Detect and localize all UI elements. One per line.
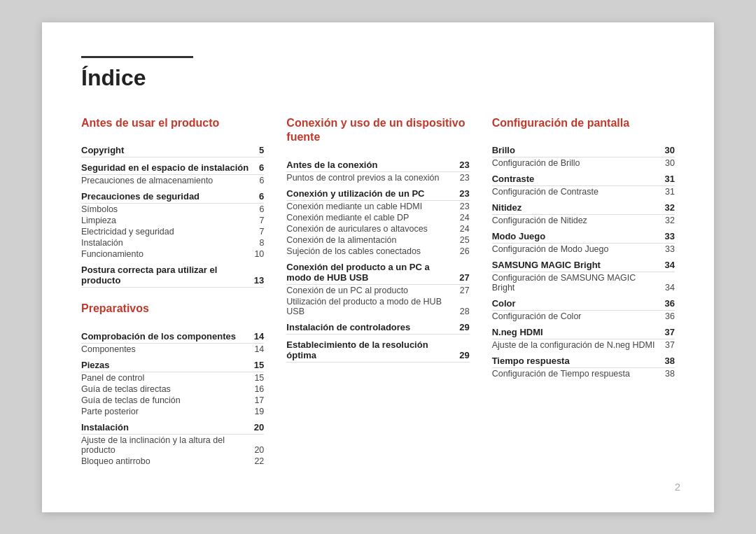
toc-entry-page: 29 <box>459 322 469 332</box>
toc-entry: Configuración de Tiempo respuesta38 <box>492 368 675 379</box>
toc-entry: Limpieza7 <box>81 215 264 226</box>
column-2: Conexión y uso de un dispositivo fuenteA… <box>286 116 491 468</box>
toc-entry: Instalación20 <box>81 417 264 435</box>
toc-entry-label: Configuración de Contraste <box>492 187 665 197</box>
toc-entry-page: 34 <box>665 283 675 293</box>
toc-entry-page: 22 <box>254 456 264 466</box>
toc-entry-label: Configuración de Brillo <box>492 158 665 168</box>
toc-entry-page: 29 <box>459 350 469 360</box>
toc-entry: Guía de teclas de función17 <box>81 395 264 406</box>
toc-entry-label: Copyright <box>81 145 259 155</box>
toc-entry-page: 36 <box>665 311 675 321</box>
toc-entry: Conexión mediante un cable HDMI23 <box>286 201 469 212</box>
toc-entry-page: 31 <box>665 174 675 184</box>
toc-entry-page: 26 <box>460 246 470 256</box>
toc-entry-page: 37 <box>665 340 675 350</box>
toc-entry: Instalación8 <box>81 237 264 248</box>
toc-entry-label: Utilización del producto a modo de HUB U… <box>286 297 459 316</box>
toc-entry-label: Contraste <box>492 174 665 184</box>
toc-entry: Configuración de SAMSUNG MAGIC Bright34 <box>492 272 675 293</box>
toc-entry-page: 23 <box>459 188 469 199</box>
toc-entry-label: Conexión de un PC al producto <box>286 286 459 295</box>
toc-entry-page: 30 <box>665 145 675 155</box>
page-number: 2 <box>675 481 680 493</box>
toc-entry-page: 24 <box>460 224 470 234</box>
toc-entry-label: Precauciones de almacenamiento <box>81 176 259 185</box>
toc-entry-page: 20 <box>254 445 264 455</box>
toc-entry: Tiempo respuesta38 <box>492 351 675 368</box>
toc-entry-page: 23 <box>460 202 470 211</box>
toc-entry-page: 23 <box>459 160 469 170</box>
toc-entry: Contraste31 <box>492 169 675 186</box>
toc-entry: Antes de la conexión23 <box>286 155 469 172</box>
toc-entry-page: 17 <box>254 395 264 405</box>
toc-entry-label: Instalación <box>81 422 254 433</box>
toc-entry-label: Conexión mediante un cable HDMI <box>286 202 459 211</box>
toc-entry-label: Componentes <box>81 344 254 354</box>
toc-entry-label: Guía de teclas de función <box>81 395 254 405</box>
toc-entry: Configuración de Modo Juego33 <box>492 244 675 255</box>
toc-entry-label: Bloqueo antirrobo <box>81 456 254 466</box>
toc-entry-label: Sujeción de los cables conectados <box>286 246 459 256</box>
toc-entry-label: Conexión del producto a un PC a modo de … <box>286 262 459 283</box>
toc-entry-label: Comprobación de los componentes <box>81 331 254 342</box>
toc-entry: Conexión y utilización de un PC23 <box>286 183 469 201</box>
toc-entry-label: Conexión de la alimentación <box>286 235 459 245</box>
toc-entry-label: Configuración de Tiempo respuesta <box>492 369 665 379</box>
toc-entry-page: 23 <box>460 173 470 183</box>
toc-entry-label: Instalación de controladores <box>286 322 459 332</box>
column-1: Antes de usar el productoCopyright5Segur… <box>81 116 286 468</box>
toc-entry-page: 24 <box>460 213 470 223</box>
toc-entry-page: 31 <box>665 187 675 197</box>
toc-entry-label: Modo Juego <box>492 231 665 241</box>
toc-entry: Panel de control15 <box>81 372 264 384</box>
toc-entry-label: Configuración de SAMSUNG MAGIC Bright <box>492 273 665 293</box>
toc-entry: Modo Juego33 <box>492 226 675 244</box>
toc-entry-page: 27 <box>459 272 469 283</box>
toc-entry-label: N.neg HDMI <box>492 327 665 337</box>
toc-entry: Precauciones de seguridad6 <box>81 186 264 204</box>
section-title-1-1: Antes de usar el producto <box>81 116 264 131</box>
title-bar <box>81 56 193 58</box>
toc-entry-page: 20 <box>254 422 264 433</box>
toc-entry-label: Instalación <box>81 238 259 248</box>
toc-entry-label: Color <box>492 298 665 309</box>
toc-entry: Conexión mediante el cable DP24 <box>286 212 469 223</box>
toc-entry: Configuración de Contraste31 <box>492 186 675 197</box>
toc-entry-page: 6 <box>259 162 264 173</box>
toc-entry: Color36 <box>492 293 675 311</box>
toc-entry-label: SAMSUNG MAGIC Bright <box>492 260 665 270</box>
toc-entry-page: 8 <box>259 238 264 248</box>
toc-columns: Antes de usar el productoCopyright5Segur… <box>81 116 675 468</box>
toc-entry-label: Símbolos <box>81 204 259 214</box>
toc-entry-page: 10 <box>254 249 264 259</box>
toc-entry: Funcionamiento10 <box>81 248 264 260</box>
toc-entry-label: Panel de control <box>81 373 254 383</box>
toc-entry-label: Guía de teclas directas <box>81 384 254 394</box>
toc-entry: N.neg HDMI37 <box>492 322 675 339</box>
toc-entry-page: 19 <box>254 407 264 416</box>
toc-entry: Configuración de Brillo30 <box>492 157 675 169</box>
toc-entry-page: 38 <box>665 356 675 366</box>
toc-entry: Guía de teclas directas16 <box>81 384 264 395</box>
toc-entry: Postura correcta para utilizar el produc… <box>81 260 264 288</box>
toc-entry-page: 6 <box>259 176 264 185</box>
toc-entry: Puntos de control previos a la conexión2… <box>286 172 469 183</box>
toc-entry-label: Ajuste de la inclinación y la altura del… <box>81 435 254 455</box>
toc-entry-page: 28 <box>460 307 470 316</box>
toc-entry-page: 7 <box>259 216 264 225</box>
toc-entry-page: 13 <box>254 275 264 286</box>
toc-entry: Ajuste de la configuración de N.neg HDMI… <box>492 339 675 351</box>
toc-entry-page: 16 <box>254 384 264 394</box>
toc-entry-page: 15 <box>254 360 264 370</box>
toc-entry-label: Postura correcta para utilizar el produc… <box>81 265 254 286</box>
toc-entry-label: Limpieza <box>81 216 259 225</box>
toc-entry: Copyright5 <box>81 140 264 157</box>
toc-entry: Electricidad y seguridad7 <box>81 226 264 237</box>
toc-entry-label: Conexión mediante el cable DP <box>286 213 459 223</box>
toc-entry-label: Ajuste de la configuración de N.neg HDMI <box>492 340 665 350</box>
toc-entry-label: Precauciones de seguridad <box>81 191 259 202</box>
toc-entry: Configuración de Nitidez32 <box>492 215 675 226</box>
toc-entry-page: 6 <box>259 191 264 202</box>
toc-entry-label: Conexión de auriculares o altavoces <box>286 224 459 234</box>
